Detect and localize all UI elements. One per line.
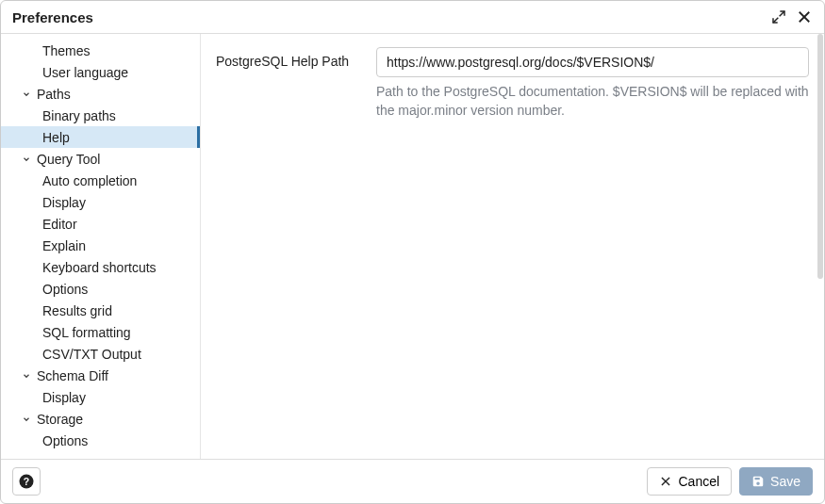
tree-group[interactable]: Query Tool bbox=[1, 148, 200, 170]
tree-item[interactable]: Themes bbox=[1, 40, 200, 61]
chevron-down-icon bbox=[22, 371, 33, 381]
cancel-button[interactable]: Cancel bbox=[647, 467, 732, 496]
tree-item[interactable]: Display bbox=[1, 191, 200, 213]
tree-group[interactable]: Storage bbox=[1, 408, 200, 430]
dialog-footer: ? Cancel Save bbox=[1, 459, 824, 503]
help-path-input[interactable] bbox=[376, 47, 809, 77]
cancel-button-label: Cancel bbox=[678, 474, 719, 489]
tree-group-label: Paths bbox=[37, 87, 71, 102]
tree-item[interactable]: Auto completion bbox=[1, 170, 200, 191]
svg-text:?: ? bbox=[24, 476, 29, 487]
chevron-down-icon bbox=[22, 415, 33, 424]
tree-group-label: Schema Diff bbox=[37, 368, 108, 383]
help-button[interactable]: ? bbox=[12, 467, 41, 496]
tree-item[interactable]: Help bbox=[1, 126, 200, 148]
tree-item[interactable]: SQL formatting bbox=[1, 321, 200, 343]
tree-item[interactable]: Editor bbox=[1, 213, 200, 235]
tree-group-label: Storage bbox=[37, 412, 83, 427]
scrollbar[interactable] bbox=[817, 34, 823, 279]
dialog-title: Preferences bbox=[12, 9, 93, 25]
tree-item[interactable]: Options bbox=[1, 430, 200, 451]
tree-item[interactable]: CSV/TXT Output bbox=[1, 343, 200, 365]
tree-item[interactable]: Display bbox=[1, 386, 200, 408]
chevron-down-icon bbox=[22, 154, 33, 164]
field-help-text: Path to the PostgreSQL documentation. $V… bbox=[376, 83, 809, 120]
chevron-down-icon bbox=[22, 89, 33, 99]
tree-item[interactable]: User language bbox=[1, 61, 200, 83]
tree-item[interactable]: Binary paths bbox=[1, 105, 200, 126]
field-label-help-path: PostgreSQL Help Path bbox=[216, 47, 357, 70]
save-button[interactable]: Save bbox=[739, 467, 813, 496]
titlebar: Preferences bbox=[1, 1, 824, 34]
expand-icon[interactable] bbox=[771, 9, 786, 24]
tree-group-label: Query Tool bbox=[37, 152, 100, 167]
tree-item[interactable]: Keyboard shortcuts bbox=[1, 256, 200, 278]
close-icon[interactable] bbox=[796, 8, 813, 25]
preferences-content: PostgreSQL Help Path Path to the Postgre… bbox=[201, 34, 824, 459]
save-button-label: Save bbox=[770, 474, 800, 489]
tree-item[interactable]: Options bbox=[1, 278, 200, 300]
tree-group[interactable]: Schema Diff bbox=[1, 365, 200, 386]
tree-item[interactable]: Results grid bbox=[1, 300, 200, 321]
tree-item[interactable]: Explain bbox=[1, 235, 200, 256]
preferences-tree[interactable]: ThemesUser languagePathsBinary pathsHelp… bbox=[1, 34, 201, 459]
tree-group[interactable]: Paths bbox=[1, 83, 200, 105]
